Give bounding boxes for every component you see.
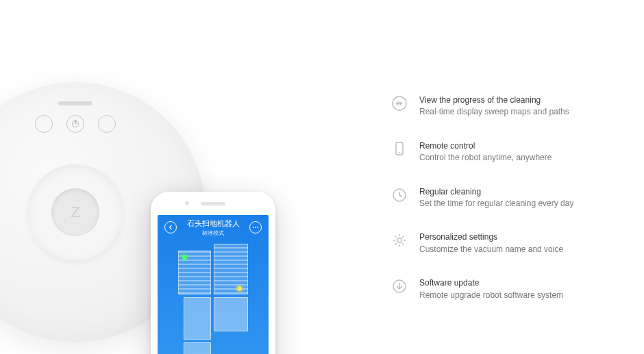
feature-progress: View the progress of the cleaning Real-t… [391, 94, 623, 118]
dots-icon [252, 226, 259, 229]
robot-logo: Z [71, 203, 79, 221]
feature-desc: Real-time display sweep maps and paths [419, 106, 569, 118]
feature-update: Software update Remote upgrade robot sof… [391, 277, 623, 301]
feature-title: Personalized settings [419, 231, 563, 243]
app-screen: 石头扫地机器人 标准模式 45m² 清扫面积 [158, 215, 269, 354]
progress-icon [391, 94, 408, 112]
svg-point-2 [257, 227, 258, 228]
phone-mockup: 石头扫地机器人 标准模式 45m² 清扫面积 [151, 192, 275, 354]
robot-top-buttons [35, 115, 116, 133]
map-start-dot-icon [182, 255, 187, 260]
settings-icon [391, 231, 408, 249]
phone-bezel-top [151, 192, 275, 215]
robot-spot-button-icon [98, 115, 116, 133]
map-room [184, 297, 211, 340]
phone-camera-icon [185, 201, 189, 205]
back-button[interactable] [164, 221, 177, 233]
robot-power-button-icon [66, 115, 84, 133]
feature-title: Remote control [419, 140, 552, 152]
cleaning-map[interactable] [166, 244, 260, 354]
svg-point-0 [253, 227, 254, 228]
clock-icon [391, 186, 408, 204]
map-robot-dot-icon [237, 286, 242, 291]
feature-settings: Personalized settings Customize the vacu… [391, 231, 623, 255]
download-icon [391, 277, 408, 295]
svg-point-1 [255, 227, 256, 228]
svg-point-10 [397, 238, 401, 242]
feature-desc: Control the robot anytime, anywhere [419, 152, 552, 164]
features-list: View the progress of the cleaning Real-t… [391, 94, 623, 301]
feature-desc: Remote upgrade robot software system [419, 290, 563, 301]
remote-icon [391, 140, 408, 158]
app-header: 石头扫地机器人 标准模式 [158, 215, 269, 240]
more-button[interactable] [249, 221, 262, 233]
feature-title: Regular cleaning [419, 186, 573, 198]
feature-remote: Remote control Control the robot anytime… [391, 140, 623, 164]
robot-sensor-bar [58, 101, 92, 105]
robot-lidar-hub: Z [27, 164, 123, 260]
feature-schedule: Regular cleaning Set the time for regula… [391, 186, 623, 210]
map-room [214, 297, 248, 331]
app-subtitle: 标准模式 [187, 229, 240, 237]
feature-desc: Customize the vacuum name and voice [419, 244, 563, 255]
chevron-left-icon [168, 225, 173, 230]
phone-speaker-icon [201, 202, 225, 205]
product-image: Z 石头扫地机器人 标准模式 [0, 82, 233, 354]
feature-title: View the progress of the cleaning [419, 94, 569, 106]
feature-title: Software update [419, 277, 563, 289]
svg-point-8 [399, 152, 400, 153]
map-room [184, 342, 211, 354]
feature-desc: Set the time for regular cleaning every … [419, 198, 573, 210]
robot-home-button-icon [35, 115, 53, 133]
map-room [214, 244, 248, 294]
app-title: 石头扫地机器人 [187, 218, 240, 229]
